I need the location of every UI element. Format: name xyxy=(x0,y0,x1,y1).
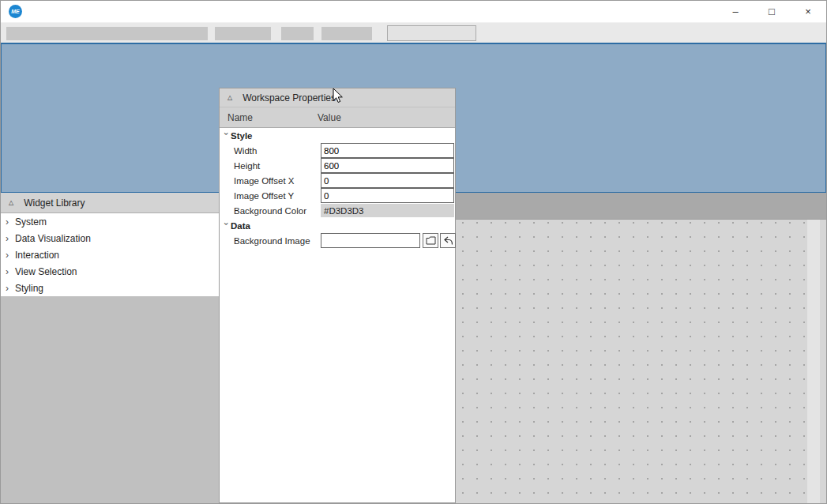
toolbar xyxy=(1,22,826,43)
chevron-right-icon[interactable]: › xyxy=(6,250,12,260)
property-row-image-offset-x: Image Offset X xyxy=(220,173,455,188)
chevron-right-icon[interactable]: › xyxy=(6,267,12,276)
app-window: ME – □ × △ Widget Library › System xyxy=(0,0,827,504)
reset-value-button[interactable] xyxy=(440,233,456,248)
property-label: Image Offset X xyxy=(234,176,295,186)
workspace-properties-title: Workspace Properties xyxy=(242,92,336,103)
property-label: Background Color xyxy=(234,206,306,216)
tree-item-system[interactable]: › System xyxy=(1,213,219,230)
toolbar-field[interactable] xyxy=(387,25,476,41)
widget-library-items: › System › Data Visualization › Interact… xyxy=(1,213,219,296)
tree-item-label: View Selection xyxy=(15,266,77,277)
maximize-button[interactable]: □ xyxy=(754,1,790,22)
property-row-background-color: Background Color #D3D3D3 xyxy=(220,203,455,218)
column-value: Value xyxy=(318,112,341,123)
tree-item-styling[interactable]: › Styling xyxy=(1,280,219,296)
folder-icon xyxy=(426,236,436,245)
toolbar-placeholder-1[interactable] xyxy=(6,27,208,40)
column-name: Name xyxy=(220,112,318,123)
chevron-right-icon[interactable]: › xyxy=(6,284,12,293)
property-group-style[interactable]: › Style xyxy=(220,128,455,143)
property-label: Width xyxy=(234,146,257,156)
chevron-right-icon[interactable]: › xyxy=(6,234,12,243)
minimize-button[interactable]: – xyxy=(717,1,754,22)
app-logo-icon: ME xyxy=(9,5,22,18)
chevron-right-icon[interactable]: › xyxy=(6,217,12,227)
property-row-background-image: Background Image xyxy=(220,233,455,248)
widget-library-header[interactable]: △ Widget Library xyxy=(1,193,219,213)
property-group-data[interactable]: › Data xyxy=(220,218,455,233)
background-image-input[interactable] xyxy=(321,233,420,248)
properties-rows: › Style Width Height Image Offset X Imag… xyxy=(220,128,455,248)
toolbar-placeholder-2[interactable] xyxy=(215,27,271,40)
width-input[interactable] xyxy=(321,143,454,158)
titlebar: ME – □ × xyxy=(1,1,826,22)
window-controls: – □ × xyxy=(717,1,826,22)
image-offset-x-input[interactable] xyxy=(321,173,454,188)
tree-item-label: Styling xyxy=(15,283,43,294)
widget-library-title: Widget Library xyxy=(24,197,85,209)
height-input[interactable] xyxy=(321,158,454,173)
close-button[interactable]: × xyxy=(790,1,826,22)
tree-item-interaction[interactable]: › Interaction xyxy=(1,246,219,263)
group-label: Style xyxy=(231,131,253,141)
tree-item-view-selection[interactable]: › View Selection xyxy=(1,263,219,280)
background-color-value[interactable]: #D3D3D3 xyxy=(321,204,454,217)
property-row-width: Width xyxy=(220,143,455,158)
property-label: Image Offset Y xyxy=(234,191,294,201)
workspace-properties-header[interactable]: △ Workspace Properties xyxy=(220,88,455,107)
chevron-down-icon[interactable]: › xyxy=(222,223,231,229)
tree-item-label: System xyxy=(15,216,47,228)
tree-item-data-visualization[interactable]: › Data Visualization xyxy=(1,230,219,246)
workspace-properties-panel: △ Workspace Properties Name Value › Styl… xyxy=(219,88,456,503)
property-row-image-offset-y: Image Offset Y xyxy=(220,188,455,203)
collapse-triangle-icon[interactable]: △ xyxy=(227,94,232,101)
image-offset-y-input[interactable] xyxy=(321,188,454,203)
collapse-triangle-icon[interactable]: △ xyxy=(9,199,13,206)
property-label: Background Image xyxy=(234,236,310,246)
toolbar-placeholder-4[interactable] xyxy=(321,27,372,40)
widget-library-empty-area xyxy=(1,296,219,503)
property-row-height: Height xyxy=(220,158,455,173)
properties-column-header: Name Value xyxy=(220,107,455,128)
group-label: Data xyxy=(231,221,250,231)
undo-arrow-icon xyxy=(443,236,453,246)
property-label: Height xyxy=(234,161,260,171)
toolbar-placeholder-3[interactable] xyxy=(281,27,314,40)
chevron-down-icon[interactable]: › xyxy=(222,133,231,139)
tree-item-label: Data Visualization xyxy=(15,233,91,244)
browse-file-button[interactable] xyxy=(423,233,438,248)
tree-item-label: Interaction xyxy=(15,250,59,261)
widget-library-panel: △ Widget Library › System › Data Visuali… xyxy=(1,193,220,503)
canvas-vertical-scrollbar[interactable] xyxy=(807,220,820,503)
